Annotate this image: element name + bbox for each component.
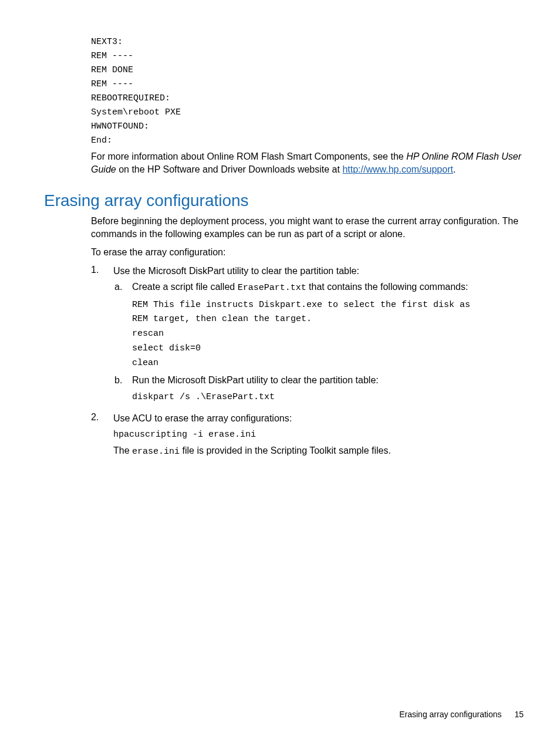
list-item-2: 2. Use ACU to erase the array configurat…: [91, 412, 528, 458]
item1b-text: Run the Microsoft DiskPart utility to cl…: [132, 375, 379, 385]
item2-after-b: file is provided in the Scripting Toolki…: [180, 445, 391, 455]
sub-list-marker: b.: [114, 374, 132, 404]
sub-list-content: Create a script file called ErasePart.tx…: [132, 281, 528, 370]
para1-part-a: For more information about Online ROM Fl…: [91, 151, 406, 161]
ordered-list: 1. Use the Microsoft DiskPart utility to…: [91, 265, 528, 458]
list-content: Use the Microsoft DiskPart utility to cl…: [113, 265, 528, 409]
code-block-erasepart: REM This file instructs Diskpart.exe to …: [132, 298, 528, 371]
support-link[interactable]: http://www.hp.com/support: [342, 164, 453, 174]
list-marker: 2.: [91, 412, 113, 458]
document-page: NEXT3: REM ---- REM DONE REM ---- REBOOT…: [0, 0, 560, 746]
item1a-text-b: that contains the following commands:: [306, 282, 468, 292]
item1a-text-a: Create a script file called: [132, 282, 238, 292]
sub-list-content: Run the Microsoft DiskPart utility to cl…: [132, 374, 528, 404]
sub-list-item-b: b. Run the Microsoft DiskPart utility to…: [114, 374, 528, 404]
paragraph-intro: Before beginning the deployment process,…: [91, 215, 528, 240]
list-item-1: 1. Use the Microsoft DiskPart utility to…: [91, 265, 528, 409]
footer-text: Erasing array configurations: [399, 710, 501, 719]
paragraph-rom-flash: For more information about Online ROM Fl…: [91, 150, 528, 175]
code-block-hpacu: hpacuscripting -i erase.ini: [113, 428, 528, 442]
item2-after-code: erase.ini: [132, 447, 180, 457]
item1-text: Use the Microsoft DiskPart utility to cl…: [113, 266, 359, 276]
para1-part-c: .: [453, 164, 456, 174]
paragraph-to-erase: To erase the array configuration:: [91, 246, 528, 259]
para1-part-b: on the HP Software and Driver Downloads …: [116, 164, 343, 174]
section-heading: Erasing array configurations: [44, 192, 528, 210]
list-content: Use ACU to erase the array configuration…: [113, 412, 528, 458]
item2-after: The erase.ini file is provided in the Sc…: [113, 444, 528, 458]
page-footer: Erasing array configurations 15: [399, 710, 524, 719]
item1a-inline-code: ErasePart.txt: [238, 283, 306, 293]
code-block-top: NEXT3: REM ---- REM DONE REM ---- REBOOT…: [91, 35, 528, 148]
item2-text: Use ACU to erase the array configuration…: [113, 413, 292, 423]
list-marker: 1.: [91, 265, 113, 409]
item2-after-a: The: [113, 445, 132, 455]
code-block-diskpart: diskpart /s .\ErasePart.txt: [132, 390, 528, 405]
page-number: 15: [514, 710, 524, 719]
sub-list-item-a: a. Create a script file called ErasePart…: [114, 281, 528, 370]
sub-list-marker: a.: [114, 281, 132, 370]
